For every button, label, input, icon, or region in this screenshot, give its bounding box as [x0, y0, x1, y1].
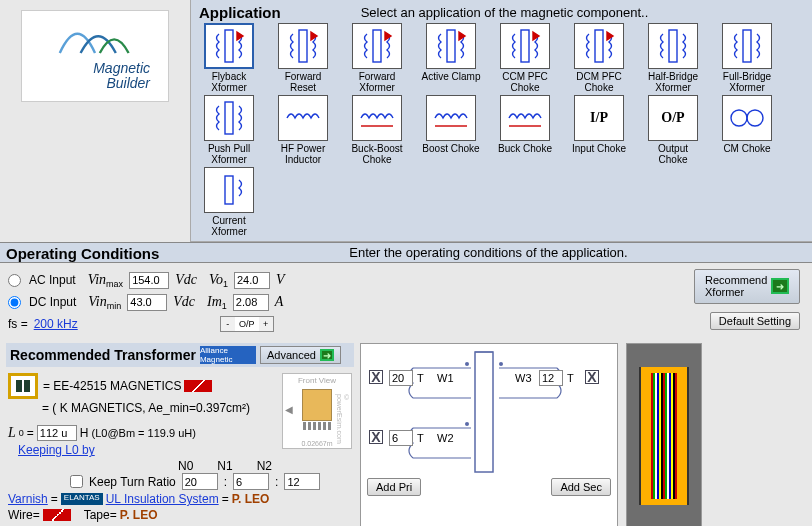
app-item-output-choke[interactable]: O/POutput Choke — [643, 95, 703, 165]
application-title: Application — [199, 4, 281, 21]
varnish-link[interactable]: Varnish — [8, 492, 48, 506]
layer-stack-preview — [626, 343, 702, 526]
svg-rect-11 — [225, 176, 233, 204]
app-item-forward-reset[interactable]: Forward Reset — [273, 23, 333, 93]
svg-rect-0 — [225, 30, 233, 62]
app-item-flyback-xformer[interactable]: Flyback Xformer — [199, 23, 259, 93]
app-icon: O/P — [648, 95, 698, 141]
svg-rect-6 — [669, 30, 677, 62]
app-item-label: Buck Choke — [498, 143, 552, 154]
im1-input[interactable] — [233, 294, 269, 311]
ac-input-label: AC Input — [29, 273, 76, 287]
app-item-push-pull-xformer[interactable]: Push Pull Xformer — [199, 95, 259, 165]
opcond-body: AC Input Vinmax Vdc Vo1 V DC Input Vinmi… — [0, 263, 812, 341]
fs-label: fs = — [8, 317, 28, 331]
app-icon: I/P — [574, 95, 624, 141]
operating-conditions-header: Operating Conditions Enter the operating… — [0, 242, 812, 263]
w1-turns-input[interactable] — [389, 370, 413, 386]
fs-link[interactable]: 200 kHz — [34, 317, 78, 331]
logo-text-2: Builder — [106, 75, 150, 91]
delete-w3-button[interactable]: X — [585, 370, 599, 384]
spinner-up-icon[interactable]: + — [259, 317, 273, 331]
front-view-preview: ◀ Front View 0.02667m © powerEsim.com — [282, 373, 352, 449]
vinmax-input[interactable] — [129, 272, 169, 289]
app-item-label: Forward Reset — [273, 71, 333, 93]
core-name: = EE-42515 MAGNETICS — [43, 379, 181, 393]
app-item-label: Half-Bridge Xformer — [643, 71, 703, 93]
app-item-label: DCM PFC Choke — [569, 71, 629, 93]
add-sec-button[interactable]: Add Sec — [551, 478, 611, 496]
app-item-label: Buck-Boost Choke — [347, 143, 407, 165]
app-item-active-clamp[interactable]: Active Clamp — [421, 23, 481, 93]
delete-w1-button[interactable]: X — [369, 370, 383, 384]
prev-icon[interactable]: ◀ — [285, 404, 293, 415]
spinner-down-icon[interactable]: - — [221, 317, 235, 331]
w3-turns-input[interactable] — [539, 370, 563, 386]
ul-insulation-link[interactable]: UL Insulation System — [106, 492, 219, 506]
advanced-button[interactable]: Advanced — [260, 346, 341, 364]
app-icon — [500, 23, 550, 69]
app-item-cm-choke[interactable]: CM Choke — [717, 95, 777, 165]
recommend-xformer-button[interactable]: Recommend Xformer — [694, 269, 800, 303]
application-panel: Application Select an application of the… — [190, 0, 812, 242]
n0-input[interactable] — [182, 473, 218, 490]
l0-input[interactable] — [37, 425, 77, 441]
vinmin-input[interactable] — [127, 294, 167, 311]
app-item-label: Active Clamp — [422, 71, 481, 82]
logo-text-1: Magnetic — [93, 60, 150, 76]
app-icon — [204, 23, 254, 69]
app-item-label: Full-Bridge Xformer — [717, 71, 777, 93]
app-icon — [500, 95, 550, 141]
app-item-ccm-pfc-choke[interactable]: CCM PFC Choke — [495, 23, 555, 93]
app-item-label: Push Pull Xformer — [199, 143, 259, 165]
add-pri-button[interactable]: Add Pri — [367, 478, 421, 496]
app-item-label: Forward Xformer — [347, 71, 407, 93]
logo: MagneticBuilder — [21, 10, 169, 102]
app-icon — [352, 23, 402, 69]
svg-point-9 — [731, 110, 747, 126]
w2-turns-input[interactable] — [389, 430, 413, 446]
logo-panel: MagneticBuilder — [0, 0, 190, 186]
svg-point-15 — [465, 422, 469, 426]
app-icon — [648, 23, 698, 69]
dc-input-radio[interactable] — [8, 296, 21, 309]
default-setting-button[interactable]: Default Setting — [710, 312, 800, 330]
vo1-input[interactable] — [234, 272, 270, 289]
winding-diagram: X T W1 X T W2 W3 T X Add Pri Add Sec — [360, 343, 618, 526]
delete-w2-button[interactable]: X — [369, 430, 383, 444]
op-spinner[interactable]: - O/P + — [220, 316, 274, 332]
opcond-hint: Enter the operating conditions of the ap… — [349, 245, 627, 260]
app-item-hf-power-inductor[interactable]: HF Power Inductor — [273, 95, 333, 165]
svg-point-16 — [499, 362, 503, 366]
app-item-label: Input Choke — [572, 143, 626, 154]
n2-input[interactable] — [284, 473, 320, 490]
app-item-full-bridge-xformer[interactable]: Full-Bridge Xformer — [717, 23, 777, 93]
keep-turn-ratio-checkbox[interactable] — [70, 475, 83, 488]
application-hint: Select an application of the magnetic co… — [361, 5, 649, 20]
app-item-current-xformer[interactable]: Current Xformer — [199, 167, 259, 237]
ac-input-radio[interactable] — [8, 274, 21, 287]
app-icon — [722, 95, 772, 141]
svg-rect-2 — [373, 30, 381, 62]
app-item-half-bridge-xformer[interactable]: Half-Bridge Xformer — [643, 23, 703, 93]
alliance-badge: Alliance Magnetic — [200, 346, 256, 364]
keeping-l0-link[interactable]: Keeping L0 by — [18, 443, 95, 457]
elantas-badge: ELANTAS — [61, 493, 103, 505]
app-icon — [426, 95, 476, 141]
core-detail: = ( K MAGNETICS, Ae_min=0.397cm²) — [42, 401, 250, 415]
logo-arcs-icon — [55, 21, 135, 61]
app-item-label: Output Choke — [643, 143, 703, 165]
n1-input[interactable] — [233, 473, 269, 490]
app-item-label: Flyback Xformer — [199, 71, 259, 93]
app-item-boost-choke[interactable]: Boost Choke — [421, 95, 481, 165]
app-item-input-choke[interactable]: I/PInput Choke — [569, 95, 629, 165]
app-item-dcm-pfc-choke[interactable]: DCM PFC Choke — [569, 23, 629, 93]
app-item-label: CCM PFC Choke — [495, 71, 555, 93]
app-icon — [278, 95, 328, 141]
keep-turn-ratio-label: Keep Turn Ratio — [89, 475, 176, 489]
svg-rect-12 — [475, 352, 493, 472]
app-item-forward-xformer[interactable]: Forward Xformer — [347, 23, 407, 93]
app-item-buck-choke[interactable]: Buck Choke — [495, 95, 555, 165]
app-item-label: Boost Choke — [422, 143, 479, 154]
app-item-buck-boost-choke[interactable]: Buck-Boost Choke — [347, 95, 407, 165]
